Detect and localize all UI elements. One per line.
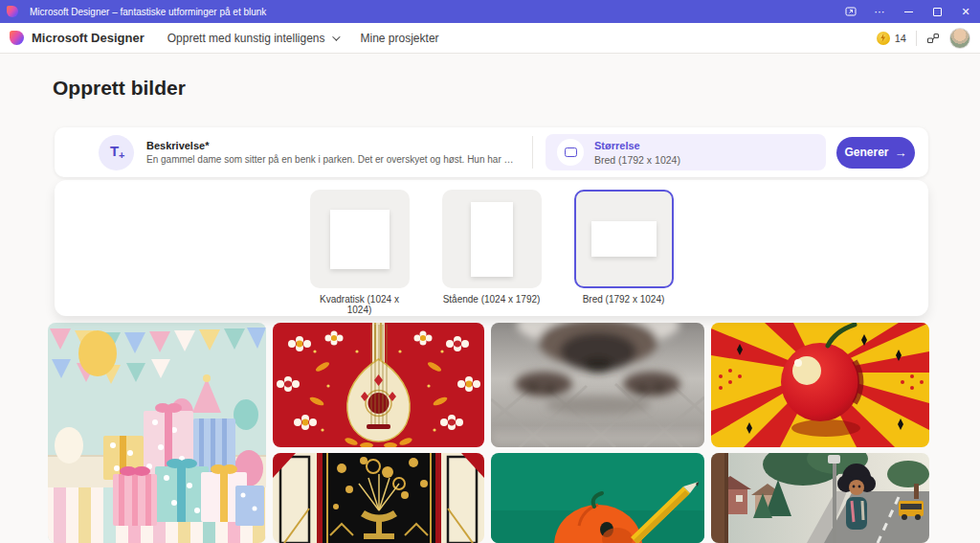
art-deco-fountain-illustration (273, 453, 484, 543)
arrow-right-icon: → (895, 146, 907, 160)
green-orange-illustration (491, 453, 704, 543)
share-button[interactable] (926, 32, 940, 45)
size-chip-text: Størrelse Bred (1792 x 1024) (594, 139, 680, 167)
window-title: Microsoft Designer – fantastiske utformi… (30, 7, 266, 17)
window-controls: ⋯ ✕ (836, 0, 980, 23)
folk-art-lute-illustration (273, 323, 484, 447)
gallery-image-girl-street-scene[interactable] (711, 453, 929, 543)
gallery-image-birthday-gifts[interactable] (48, 323, 266, 543)
gallery-image-dog-closeup[interactable] (491, 323, 704, 447)
size-cards: Kvadratisk (1024 x 1024) Stående (1024 x… (55, 190, 928, 315)
size-preview-portrait[interactable] (442, 190, 542, 288)
text-add-icon: T + (99, 135, 134, 170)
designer-logo-icon (10, 31, 24, 45)
credits-button[interactable]: 14 (877, 32, 906, 45)
minimize-button[interactable] (894, 0, 923, 23)
minimize-icon (904, 11, 913, 12)
landscape-shape-icon (591, 221, 657, 257)
description-value: En gammel dame som sitter på en benk i p… (146, 153, 515, 167)
prompt-form-card: T + Beskrivelse* En gammel dame som sitt… (55, 127, 928, 177)
generate-button[interactable]: Generer → (836, 137, 915, 169)
nav-create-label: Opprett med kunstig intelligens (167, 32, 325, 45)
nav-projects-label: Mine prosjekter (361, 32, 439, 45)
square-shape-icon (330, 210, 390, 269)
close-button[interactable]: ✕ (951, 0, 980, 23)
description-label: Beskrivelse* (146, 139, 515, 153)
window-titlebar: Microsoft Designer – fantastiske utformi… (0, 0, 980, 23)
open-in-browser-icon[interactable] (836, 0, 865, 23)
gallery-image-art-deco-fountain[interactable] (273, 453, 484, 543)
size-option-label: Bred (1792 x 1024) (574, 294, 674, 305)
size-option-portrait[interactable]: Stående (1024 x 1792) (442, 190, 542, 315)
more-options-button[interactable]: ⋯ (865, 0, 894, 23)
size-value: Bred (1792 x 1024) (594, 153, 680, 167)
gallery-image-pop-art-cherry[interactable] (711, 323, 929, 447)
pop-art-cherry-illustration (711, 323, 929, 447)
description-field[interactable]: T + Beskrivelse* En gammel dame som sitt… (55, 135, 532, 170)
credit-coin-icon (877, 32, 890, 45)
size-option-label: Kvadratisk (1024 x 1024) (310, 294, 410, 315)
nav-create-with-ai[interactable]: Opprett med kunstig intelligens (167, 32, 338, 45)
size-label: Størrelse (594, 139, 680, 153)
size-option-wide[interactable]: Bred (1792 x 1024) (574, 190, 674, 315)
maximize-icon (933, 8, 942, 16)
maximize-button[interactable] (923, 0, 951, 23)
brand-home-link[interactable]: Microsoft Designer (10, 31, 145, 45)
size-option-square[interactable]: Kvadratisk (1024 x 1024) (310, 190, 410, 315)
avatar[interactable] (949, 28, 970, 49)
header-divider (916, 31, 917, 46)
gallery-image-folk-art-lute[interactable] (273, 323, 484, 447)
description-text: Beskrivelse* En gammel dame som sitter p… (146, 139, 515, 167)
brand-name: Microsoft Designer (32, 31, 145, 45)
header-right: 14 (877, 28, 970, 49)
page-title: Opprett bilder (53, 77, 186, 100)
share-icon (926, 32, 940, 45)
size-options-panel: Kvadratisk (1024 x 1024) Stående (1024 x… (55, 180, 928, 316)
designer-logo-icon (7, 6, 18, 17)
size-preview-wide-selected[interactable] (574, 190, 674, 288)
girl-street-scene-illustration (711, 453, 929, 543)
nav-my-projects[interactable]: Mine prosjekter (361, 32, 439, 45)
generate-label: Generer (844, 146, 888, 159)
size-selector[interactable]: Størrelse Bred (1792 x 1024) (546, 134, 826, 170)
credits-count: 14 (895, 33, 906, 44)
chevron-down-icon (332, 33, 340, 40)
landscape-rect-icon (565, 147, 577, 157)
lightning-icon (880, 34, 886, 42)
plus-glyph: + (119, 149, 124, 161)
size-option-label: Stående (1024 x 1792) (442, 294, 542, 305)
size-preview-square[interactable] (310, 190, 410, 288)
size-icon-circle (557, 139, 584, 166)
gallery-image-green-orange-illustration[interactable] (491, 453, 704, 543)
birthday-gifts-illustration (48, 323, 266, 543)
text-glyph: T (110, 143, 119, 159)
portrait-shape-icon (471, 202, 513, 277)
form-divider (532, 136, 533, 169)
app-header: Microsoft Designer Opprett med kunstig i… (0, 23, 980, 54)
dog-closeup-illustration (491, 323, 704, 447)
